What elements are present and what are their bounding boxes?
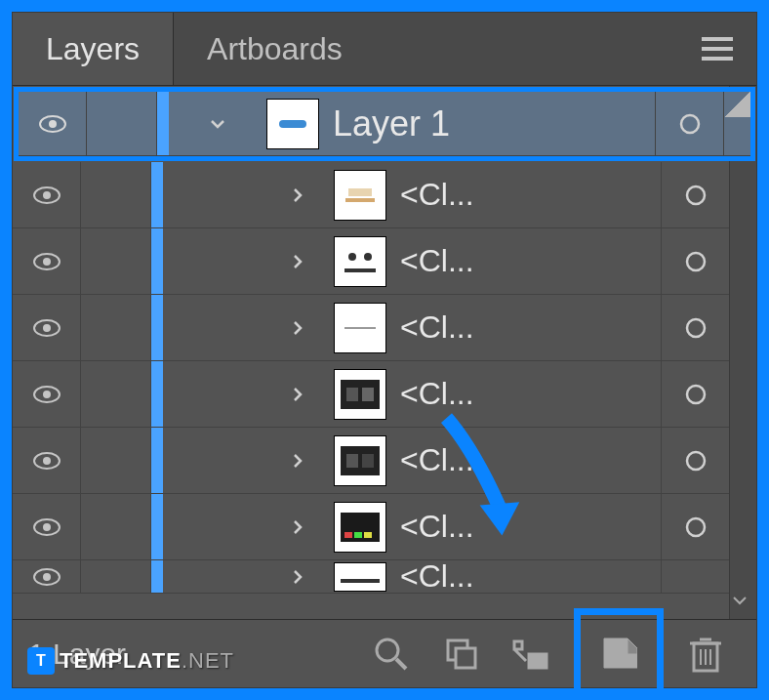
expand-toggle[interactable] (163, 494, 334, 559)
circle-icon (685, 185, 707, 206)
tab-layers[interactable]: Layers (13, 13, 174, 85)
svg-point-45 (43, 573, 51, 581)
expand-toggle[interactable] (163, 162, 334, 227)
visibility-toggle[interactable] (13, 162, 81, 227)
chevron-right-icon (289, 319, 306, 337)
svg-rect-11 (348, 188, 372, 196)
tab-artboards[interactable]: Artboards (174, 13, 376, 85)
lock-column[interactable] (81, 228, 151, 294)
visibility-toggle[interactable] (13, 295, 81, 360)
expand-toggle[interactable] (163, 560, 334, 593)
visibility-toggle[interactable] (13, 494, 81, 559)
chevron-down-icon (209, 115, 226, 133)
svg-rect-10 (345, 198, 375, 202)
locate-object-button[interactable] (370, 633, 413, 676)
svg-point-17 (348, 253, 356, 261)
layer-color-indicator (151, 228, 163, 294)
sublayer-name[interactable]: <Cl... (400, 442, 661, 478)
expand-toggle[interactable] (163, 295, 334, 360)
panel-menu-button[interactable] (698, 29, 737, 68)
lock-column[interactable] (81, 560, 151, 593)
sublayer-thumbnail[interactable] (334, 369, 386, 420)
clipping-mask-button[interactable] (440, 633, 483, 676)
target-button[interactable] (661, 162, 729, 227)
selection-column[interactable] (723, 92, 750, 155)
target-button[interactable] (661, 361, 729, 427)
svg-rect-51 (456, 648, 475, 668)
sublayer-thumbnail[interactable] (334, 562, 386, 592)
sublayer-row[interactable]: <Cl... (13, 494, 756, 560)
svg-rect-47 (341, 579, 380, 583)
sublayer-row[interactable]: <Cl... (13, 361, 756, 428)
visibility-toggle[interactable] (13, 228, 81, 294)
new-sublayer-icon (512, 638, 551, 671)
sublayer-thumbnail[interactable] (334, 435, 386, 486)
target-button[interactable] (661, 560, 729, 593)
sublayer-name[interactable]: <Cl... (400, 509, 661, 545)
new-layer-icon (600, 635, 637, 672)
sublayer-name[interactable]: <Cl... (400, 243, 661, 279)
eye-icon (39, 115, 66, 133)
visibility-toggle[interactable] (13, 428, 81, 493)
delete-button[interactable] (684, 633, 727, 676)
eye-icon (33, 518, 61, 536)
expand-toggle[interactable] (163, 361, 334, 427)
search-icon (373, 636, 410, 673)
svg-point-30 (687, 386, 705, 403)
layer-color-indicator (151, 560, 163, 593)
svg-rect-52 (528, 653, 547, 669)
eye-icon (33, 319, 61, 337)
target-button[interactable] (655, 92, 723, 155)
layer-color-indicator (151, 295, 163, 360)
new-sublayer-button[interactable] (510, 633, 553, 676)
sublayer-row[interactable]: <Cl... (13, 428, 756, 494)
svg-point-18 (364, 253, 372, 261)
expand-toggle[interactable] (163, 428, 334, 493)
sublayer-thumbnail[interactable] (334, 236, 386, 287)
sublayer-name[interactable]: <Cl... (400, 177, 661, 213)
sublayer-row[interactable]: <Cl... (13, 560, 756, 594)
layer-thumbnail[interactable] (266, 99, 319, 149)
target-button[interactable] (661, 228, 729, 294)
svg-rect-29 (362, 388, 374, 401)
target-button[interactable] (661, 428, 729, 493)
sublayer-thumbnail[interactable] (334, 170, 386, 221)
expand-toggle[interactable] (163, 228, 334, 294)
lock-column[interactable] (81, 295, 151, 360)
lock-column[interactable] (81, 494, 151, 559)
lock-column[interactable] (81, 162, 151, 227)
sublayer-name[interactable]: <Cl... (400, 376, 661, 412)
chevron-right-icon (289, 568, 306, 586)
svg-rect-1 (702, 47, 733, 51)
sublayer-thumbnail[interactable] (334, 303, 386, 353)
svg-point-6 (681, 115, 699, 133)
lock-column[interactable] (81, 361, 151, 427)
target-button[interactable] (661, 295, 729, 360)
lock-column[interactable] (81, 428, 151, 493)
layer-name[interactable]: Layer 1 (333, 103, 655, 144)
target-button[interactable] (661, 494, 729, 559)
expand-toggle[interactable] (169, 92, 266, 155)
new-layer-button[interactable] (581, 615, 657, 691)
eye-icon (33, 568, 61, 586)
layer-color-indicator (151, 361, 163, 427)
layer-row-main[interactable]: Layer 1 (19, 92, 750, 156)
svg-point-48 (377, 639, 398, 661)
layer-color-indicator (151, 494, 163, 559)
sublayer-name[interactable]: <Cl... (400, 560, 661, 594)
visibility-toggle[interactable] (13, 361, 81, 427)
scrollbar[interactable] (729, 86, 756, 619)
sublayer-row[interactable]: <Cl... (13, 162, 756, 228)
sublayer-row[interactable]: <Cl... (13, 228, 756, 295)
lock-column[interactable] (87, 92, 157, 155)
tabs-header: Layers Artboards (13, 13, 756, 86)
chevron-right-icon (289, 253, 306, 270)
sublayer-row[interactable]: <Cl... (13, 295, 756, 361)
visibility-toggle[interactable] (13, 560, 81, 593)
visibility-toggle[interactable] (19, 92, 87, 155)
selection-flag-icon (725, 92, 750, 117)
sublayer-thumbnail[interactable] (334, 502, 386, 553)
sublayer-name[interactable]: <Cl... (400, 309, 661, 346)
chevron-right-icon (289, 518, 306, 536)
svg-point-19 (687, 253, 705, 270)
